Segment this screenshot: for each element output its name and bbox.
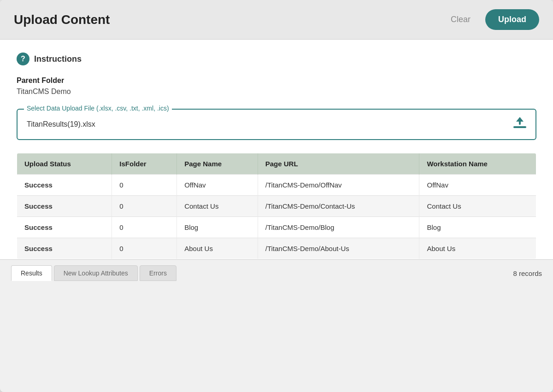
tabs-left: Results New Lookup Attributes Errors [11,265,176,281]
svg-marker-2 [516,117,524,122]
cell-page-url: /TitanCMS-Demo/OffNav [258,175,419,196]
parent-folder-label: Parent Folder [17,76,536,85]
cell-status: Success [17,196,112,217]
upload-button[interactable]: Upload [485,9,539,30]
table-header-row: Upload Status IsFolder Page Name Page UR… [17,153,536,175]
modal-header: Upload Content Clear Upload [0,0,553,40]
cell-workstation-name: Blog [419,217,536,238]
cell-workstation-name: OffNav [419,175,536,196]
cell-page-name: About Us [177,238,258,259]
help-icon[interactable]: ? [17,53,29,65]
upload-file-icon[interactable] [513,117,526,132]
table-section: Upload Status IsFolder Page Name Page UR… [17,153,536,259]
table-row: Success0Blog/TitanCMS-Demo/BlogBlog [17,217,536,238]
svg-rect-0 [513,126,526,128]
table-wrapper: Upload Status IsFolder Page Name Page UR… [17,153,536,259]
col-upload-status: Upload Status [17,153,112,175]
cell-page-url: /TitanCMS-Demo/Contact-Us [258,196,419,217]
table-body: Success0OffNav/TitanCMS-Demo/OffNavOffNa… [17,175,536,259]
instructions-label: Instructions [34,54,82,64]
modal-title: Upload Content [14,12,110,27]
col-page-url: Page URL [258,153,419,175]
clear-button[interactable]: Clear [443,11,478,28]
table-row: Success0Contact Us/TitanCMS-Demo/Contact… [17,196,536,217]
parent-folder-value: TitanCMS Demo [17,88,536,96]
modal-content: ? Instructions Parent Folder TitanCMS De… [0,40,553,259]
parent-folder-section: Parent Folder TitanCMS Demo [17,76,536,96]
cell-page-name: OffNav [177,175,258,196]
file-upload-border: Select Data Upload File (.xlsx, .csv, .t… [17,109,536,140]
file-upload-section[interactable]: Select Data Upload File (.xlsx, .csv, .t… [17,109,536,140]
cell-status: Success [17,217,112,238]
cell-status: Success [17,238,112,259]
tab-errors[interactable]: Errors [140,265,176,281]
file-upload-filename: TitanResults(19).xlsx [27,120,95,129]
cell-page-name: Contact Us [177,196,258,217]
table-row: Success0OffNav/TitanCMS-Demo/OffNavOffNa… [17,175,536,196]
instructions-row: ? Instructions [17,53,536,65]
cell-is-folder: 0 [112,238,177,259]
col-is-folder: IsFolder [112,153,177,175]
col-page-name: Page Name [177,153,258,175]
data-table: Upload Status IsFolder Page Name Page UR… [17,153,536,259]
modal-container: Upload Content Clear Upload ? Instructio… [0,0,553,392]
tab-new-lookup-attributes[interactable]: New Lookup Attributes [54,265,138,281]
cell-page-name: Blog [177,217,258,238]
cell-is-folder: 0 [112,175,177,196]
records-count: 8 records [513,269,542,277]
col-workstation-name: Workstation Name [419,153,536,175]
table-row: Success0About Us/TitanCMS-Demo/About-UsA… [17,238,536,259]
cell-is-folder: 0 [112,217,177,238]
cell-page-url: /TitanCMS-Demo/Blog [258,217,419,238]
cell-page-url: /TitanCMS-Demo/About-Us [258,238,419,259]
tab-results[interactable]: Results [11,265,52,281]
bottom-tabs: Results New Lookup Attributes Errors 8 r… [0,259,553,287]
file-upload-legend: Select Data Upload File (.xlsx, .csv, .t… [24,105,172,112]
cell-is-folder: 0 [112,196,177,217]
header-actions: Clear Upload [443,9,539,30]
cell-workstation-name: About Us [419,238,536,259]
cell-workstation-name: Contact Us [419,196,536,217]
cell-status: Success [17,175,112,196]
